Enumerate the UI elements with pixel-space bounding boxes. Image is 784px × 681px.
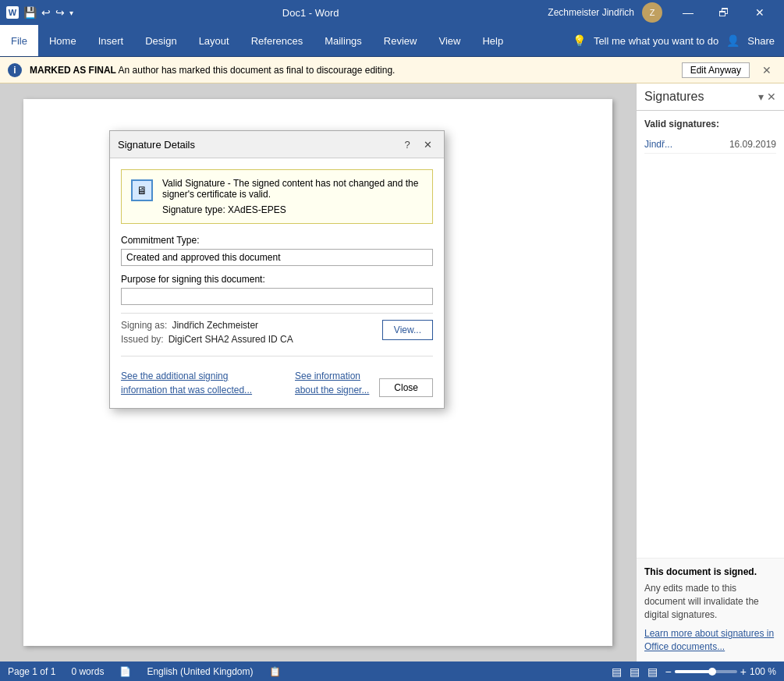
view-normal-icon[interactable]: ▤ xyxy=(612,665,622,678)
minimize-button[interactable]: — xyxy=(670,0,706,25)
view-web-icon[interactable]: ▤ xyxy=(630,665,640,678)
quick-save-icon[interactable]: 💾 xyxy=(23,6,37,19)
commitment-input[interactable] xyxy=(121,249,433,266)
restore-button[interactable]: 🗗 xyxy=(706,0,742,25)
ribbon-right: 💡 Tell me what you want to do 👤 Share xyxy=(573,34,784,47)
close-button[interactable]: ✕ xyxy=(742,0,778,25)
user-name: Zechmeister Jindřich xyxy=(548,7,634,18)
signatures-dropdown-button[interactable]: ▾ xyxy=(758,90,764,103)
tab-mailings[interactable]: Mailings xyxy=(314,25,373,56)
tab-help[interactable]: Help xyxy=(471,25,514,56)
main-area: Signature Details ? ✕ 🖥 xyxy=(0,83,784,661)
valid-signature-banner: 🖥 Valid Signature - The signed content h… xyxy=(121,169,433,224)
zoom-slider-thumb xyxy=(708,668,716,676)
info-close-button[interactable]: ✕ xyxy=(757,62,776,78)
commitment-label: Commitment Type: xyxy=(121,235,433,246)
language[interactable]: English (United Kingdom) xyxy=(147,666,253,677)
additional-signing-info-link[interactable]: See the additional signing information t… xyxy=(121,369,264,397)
signing-as-value: Jindřich Zechmeister xyxy=(172,320,258,331)
signer-info-link[interactable]: See information about the signer... xyxy=(295,369,379,397)
tell-me-input[interactable]: Tell me what you want to do xyxy=(594,35,718,47)
signatures-close-button[interactable]: ✕ xyxy=(767,90,776,103)
view-button[interactable]: View... xyxy=(382,320,433,340)
tab-insert[interactable]: Insert xyxy=(87,25,135,56)
tab-references[interactable]: References xyxy=(240,25,314,56)
purpose-input[interactable] xyxy=(121,288,433,305)
dialog-overlay: Signature Details ? ✕ 🖥 xyxy=(0,83,636,661)
ribbon-tabs: File Home Insert Design Layout Reference… xyxy=(0,25,784,56)
tab-review[interactable]: Review xyxy=(373,25,428,56)
dialog-help-button[interactable]: ? xyxy=(399,136,416,153)
window-controls: — 🗗 ✕ xyxy=(670,0,778,25)
dialog-title-bar: Signature Details ? ✕ xyxy=(110,131,444,158)
dialog-divider xyxy=(121,313,433,314)
signature-date: 16.09.2019 xyxy=(729,139,776,150)
document-title: Doc1 - Word xyxy=(282,7,339,19)
tab-home[interactable]: Home xyxy=(38,25,87,56)
proofing-icon[interactable]: 📄 xyxy=(119,666,131,677)
signatures-footer-text: Any edits made to this document will inv… xyxy=(644,582,776,621)
title-bar-left: W 💾 ↩ ↪ ▾ xyxy=(6,6,73,19)
quick-access-dropdown[interactable]: ▾ xyxy=(69,9,73,17)
avatar[interactable]: Z xyxy=(642,2,662,23)
tab-view[interactable]: View xyxy=(427,25,471,56)
purpose-label: Purpose for signing this document: xyxy=(121,274,433,285)
signing-info: Signing as: Jindřich Zechmeister Issued … xyxy=(121,320,293,348)
signature-details-dialog: Signature Details ? ✕ 🖥 xyxy=(109,130,445,409)
title-bar-right: Zechmeister Jindřich Z — 🗗 ✕ xyxy=(548,0,778,25)
signatures-learn-more-link[interactable]: Learn more about signatures in Office do… xyxy=(644,628,774,652)
close-dialog-button[interactable]: Close xyxy=(379,378,433,397)
word-icon: W xyxy=(6,6,19,19)
view-read-icon[interactable]: ▤ xyxy=(647,665,658,678)
info-icon: i xyxy=(8,63,22,77)
commitment-section: Commitment Type: xyxy=(121,235,433,266)
valid-signatures-label: Valid signatures: xyxy=(644,119,776,129)
dialog-title-buttons: ? ✕ xyxy=(399,136,436,153)
signatures-content: Valid signatures: Jindř... 16.09.2019 xyxy=(637,111,784,558)
share-label[interactable]: Share xyxy=(747,35,775,47)
page-count: Page 1 of 1 xyxy=(8,666,55,677)
valid-text: Valid Signature - The signed content has… xyxy=(162,178,424,200)
marked-final-label: MARKED AS FINAL xyxy=(30,65,116,76)
edit-anyway-button[interactable]: Edit Anyway xyxy=(682,62,750,78)
info-bar-text: MARKED AS FINAL An author has marked thi… xyxy=(30,65,674,76)
zoom-in-button[interactable]: + xyxy=(740,665,747,678)
signing-as-label: Signing as: xyxy=(121,320,167,331)
tab-design[interactable]: Design xyxy=(134,25,187,56)
dialog-close-button[interactable]: ✕ xyxy=(419,136,436,153)
tab-layout[interactable]: Layout xyxy=(188,25,240,56)
ribbon: File Home Insert Design Layout Reference… xyxy=(0,25,784,57)
valid-icon-inner: 🖥 xyxy=(131,179,153,201)
signing-row: Signing as: Jindřich Zechmeister Issued … xyxy=(121,320,433,348)
signatures-header-actions: ▾ ✕ xyxy=(758,90,776,103)
signatures-panel: Signatures ▾ ✕ Valid signatures: Jindř..… xyxy=(636,83,784,661)
title-bar: W 💾 ↩ ↪ ▾ Doc1 - Word Zechmeister Jindři… xyxy=(0,0,784,25)
zoom-slider-fill xyxy=(675,670,712,673)
dialog-links: See the additional signing information t… xyxy=(121,369,379,397)
zoom-control: − + 100 % xyxy=(665,665,776,678)
signatures-footer-title: This document is signed. xyxy=(644,566,776,577)
zoom-slider[interactable] xyxy=(675,670,737,673)
issued-by-value: DigiCert SHA2 Assured ID CA xyxy=(169,334,293,345)
dialog-title-label: Signature Details xyxy=(118,139,195,151)
info-message: An author has marked this document as fi… xyxy=(119,65,396,76)
issued-by-label: Issued by: xyxy=(121,334,164,345)
signature-entry: Jindř... 16.09.2019 xyxy=(644,136,776,154)
lightbulb-icon: 💡 xyxy=(573,34,586,47)
share-icon: 👤 xyxy=(726,34,740,47)
signatures-header: Signatures ▾ ✕ xyxy=(637,83,784,111)
quick-undo-icon[interactable]: ↩ xyxy=(41,6,51,19)
dialog-body: 🖥 Valid Signature - The signed content h… xyxy=(110,158,444,408)
zoom-level: 100 % xyxy=(750,666,776,677)
valid-icon: 🖥 xyxy=(129,178,154,203)
tab-file[interactable]: File xyxy=(0,25,38,56)
status-right: ▤ ▤ ▤ − + 100 % xyxy=(612,665,776,678)
quick-redo-icon[interactable]: ↪ xyxy=(55,6,65,19)
document-area: Signature Details ? ✕ 🖥 xyxy=(0,83,636,661)
zoom-out-button[interactable]: − xyxy=(665,665,672,678)
signature-name[interactable]: Jindř... xyxy=(644,139,672,150)
accessibility-icon[interactable]: 📋 xyxy=(269,666,281,677)
valid-banner-content: Valid Signature - The signed content has… xyxy=(162,178,424,215)
signing-as-row: Signing as: Jindřich Zechmeister xyxy=(121,320,293,331)
signatures-footer: This document is signed. Any edits made … xyxy=(637,558,784,661)
